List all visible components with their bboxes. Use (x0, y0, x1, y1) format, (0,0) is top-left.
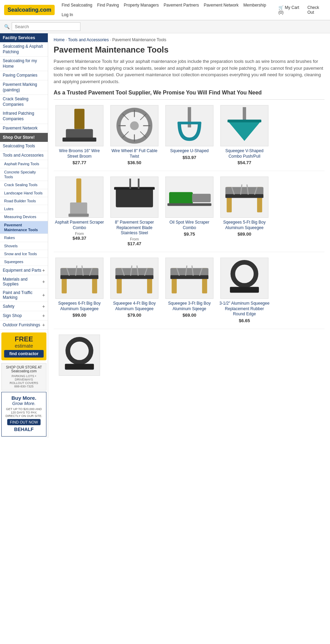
product-price: $79.00 (109, 313, 160, 318)
product-price: $9.75 (164, 231, 215, 237)
product-image-rubber-standalone (59, 335, 100, 376)
breadcrumb-tools[interactable]: Tools and Accessories (68, 37, 109, 42)
svg-rect-25 (169, 192, 193, 204)
sidebar-item-squeegees[interactable]: Squeegees (0, 258, 48, 266)
product-oil-scraper[interactable]: Oil Spot Wire Scraper Combo $9.75 (164, 177, 215, 246)
product-price: $69.00 (164, 313, 215, 318)
product-name: Sqeegees 5-Ft Big Boy Aluminum Squeegee (219, 220, 270, 230)
product-name: Squeegee 4-Ft Big Boy Aluminum Squeegee (109, 301, 160, 312)
product-squeegee-3ft[interactable]: Squeegee 3-Ft Big Boy Aluminum Sqeege $6… (164, 258, 215, 323)
product-big-squeegee-5ft[interactable]: Sqeegees 5-Ft Big Boy Aluminum Squeegee … (219, 177, 270, 246)
plus-icon: + (42, 322, 45, 328)
nav-property-managers[interactable]: Property Managers (124, 3, 159, 8)
nav-find-paving[interactable]: Find Paving (97, 3, 119, 8)
nav-login[interactable]: Log In (62, 12, 73, 17)
svg-rect-21 (116, 189, 153, 207)
product-squeegee-v[interactable]: Squeegee V-Shaped Combo Push/Pull $54.77 (219, 105, 270, 165)
svg-rect-46 (116, 268, 154, 275)
svg-rect-2 (63, 137, 96, 142)
product-price: $53.97 (164, 155, 215, 160)
product-image-squeegee-v (220, 105, 268, 146)
breadcrumb-home[interactable]: Home (54, 37, 65, 42)
product-wire-wheel[interactable]: Wire Wheel 8" Full Cable Twist $36.50 (109, 105, 160, 165)
sidebar-item-snow-ice[interactable]: Snow and Ice Tools (0, 250, 48, 258)
main-content: Home · Tools and Accessories · Pavement … (48, 33, 330, 393)
sidebar-item-tools-accessories[interactable]: Tools and Accessories (0, 151, 48, 160)
sidebar: Facility Services Sealcoating & Asphalt … (0, 33, 48, 438)
product-image-round-rubber (220, 258, 268, 299)
product-name: Squeegee U-Shaped (164, 148, 215, 154)
breadcrumb-current: Pavement Maintenance Tools (112, 37, 166, 42)
behalf-find-button[interactable]: FIND OUT NOW (7, 419, 41, 425)
sidebar-item-safety[interactable]: Safety + (0, 302, 48, 311)
sidebar-item-outdoor[interactable]: Outdoor Furnishings + (0, 320, 48, 330)
cart-area: 🛒 My Cart (0) Check Out (278, 5, 326, 15)
product-row-4 (54, 335, 324, 383)
checkout-link[interactable]: Check Out (307, 5, 326, 15)
product-image-squeegee-4ft (110, 258, 158, 299)
nav-membership[interactable]: Membership (243, 3, 266, 8)
nav-pavement-partners[interactable]: Pavement Partners (164, 3, 199, 8)
product-price: $27.77 (54, 160, 105, 165)
svg-rect-22 (114, 187, 155, 190)
sidebar-item-paving-companies[interactable]: Paving Companies (0, 71, 48, 80)
plus-icon: + (42, 313, 45, 318)
sidebar-item-asphalt-paving-tools[interactable]: Asphalt Paving Tools (0, 160, 48, 168)
sidebar-item-road-builder[interactable]: Road Builder Tools (0, 197, 48, 205)
svg-rect-47 (116, 275, 154, 279)
svg-rect-14 (178, 122, 201, 124)
product-squeegee-6ft[interactable]: Sqeegees 6-Ft Big Boy Aluminum Squeegee … (54, 258, 105, 323)
sidebar-item-concrete-specialty[interactable]: Concrete Specialty Tools (0, 168, 48, 181)
sidebar-item-pavement-maintenance[interactable]: Pavement Maintenance Tools (0, 221, 48, 234)
product-blade[interactable]: 8" Pavement Scraper Replacement Blade St… (109, 177, 160, 246)
product-row-2: Asphalt Pavement Scraper Combo From $49.… (54, 177, 324, 252)
sidebar-item-materials[interactable]: Materials and Supplies + (0, 275, 48, 289)
product-price: $17.47 (109, 241, 160, 246)
sidebar-item-pavement-network[interactable]: Pavement Network (0, 124, 48, 133)
product-image-oil-scraper (165, 177, 213, 218)
product-wire-broom[interactable]: Wire Brooms 16" Wire Street Broom $27.77 (54, 105, 105, 165)
product-image-squeegee-6ft (55, 258, 103, 299)
product-name: 3-1/2" Aluminum Squeegee Replacement Rub… (219, 301, 270, 317)
sidebar-item-shovels[interactable]: Shovels (0, 242, 48, 250)
sidebar-item-measuring[interactable]: Measuring Devices (0, 213, 48, 221)
product-image-squeegee-3ft (165, 258, 213, 299)
nav-pavement-network[interactable]: Pavement Network (204, 3, 239, 8)
sidebar-item-equipment-parts[interactable]: Equipment and Parts + (0, 266, 48, 275)
sidebar-item-sealcoating-asphalt[interactable]: Sealcoating & Asphalt Patching (0, 42, 48, 57)
svg-rect-27 (167, 203, 211, 206)
sidebar-item-sealcoating-home[interactable]: Sealcoating for my Home (0, 57, 48, 71)
find-contractor-button[interactable]: find contractor (4, 350, 44, 358)
sidebar-item-rakes[interactable]: Rakes (0, 234, 48, 242)
svg-marker-16 (228, 121, 261, 141)
product-scraper[interactable]: Asphalt Pavement Scraper Combo From $49.… (54, 177, 105, 246)
product-row-1: Wire Brooms 16" Wire Street Broom $27.77 (54, 105, 324, 171)
sidebar-item-sign-shop[interactable]: Sign Shop + (0, 311, 48, 320)
sidebar-item-crack-sealing-tools[interactable]: Crack Sealing Tools (0, 181, 48, 189)
svg-rect-31 (226, 194, 264, 198)
product-price: $49.37 (54, 236, 105, 241)
plus-icon: + (42, 292, 45, 298)
svg-rect-55 (170, 275, 209, 279)
sidebar-item-crack-sealing[interactable]: Crack Sealing Companies (0, 95, 48, 109)
sidebar-item-landscape-tools[interactable]: Landscape Hand Tools (0, 189, 48, 197)
site-logo[interactable]: Sealcoating.com (4, 5, 55, 15)
search-input[interactable] (12, 22, 80, 31)
product-squeegee-4ft[interactable]: Squeegee 4-Ft Big Boy Aluminum Squeegee … (109, 258, 160, 323)
product-rubber-standalone[interactable] (54, 335, 105, 378)
sidebar-item-sealcoating-tools[interactable]: Sealcoating Tools (0, 142, 48, 151)
sidebar-item-pavement-marking[interactable]: Pavement Marking (painting) (0, 80, 48, 95)
product-squeegee-u[interactable]: Squeegee U-Shaped $53.97 (164, 105, 215, 165)
sidebar-item-lutes[interactable]: Lutes (0, 205, 48, 213)
nav-find-sealcoating[interactable]: Find Sealcoating (62, 3, 92, 8)
sidebar-item-paint-marking[interactable]: Paint and Traffic Marking + (0, 289, 48, 302)
page-description: Pavement Maintenance Tools for all your … (54, 58, 324, 85)
cart-link[interactable]: 🛒 My Cart (0) (278, 5, 304, 15)
free-label: FREE (4, 335, 44, 343)
free-estimate-ad[interactable]: FREE estimate find contractor (1, 332, 46, 360)
facility-services-header: Facility Services (0, 33, 48, 42)
product-round-rubber[interactable]: 3-1/2" Aluminum Squeegee Replacement Rub… (219, 258, 270, 323)
svg-point-62 (68, 339, 91, 362)
sidebar-item-infrared-patching[interactable]: Infrared Patching Companies (0, 109, 48, 124)
product-price-from: From (109, 237, 160, 241)
